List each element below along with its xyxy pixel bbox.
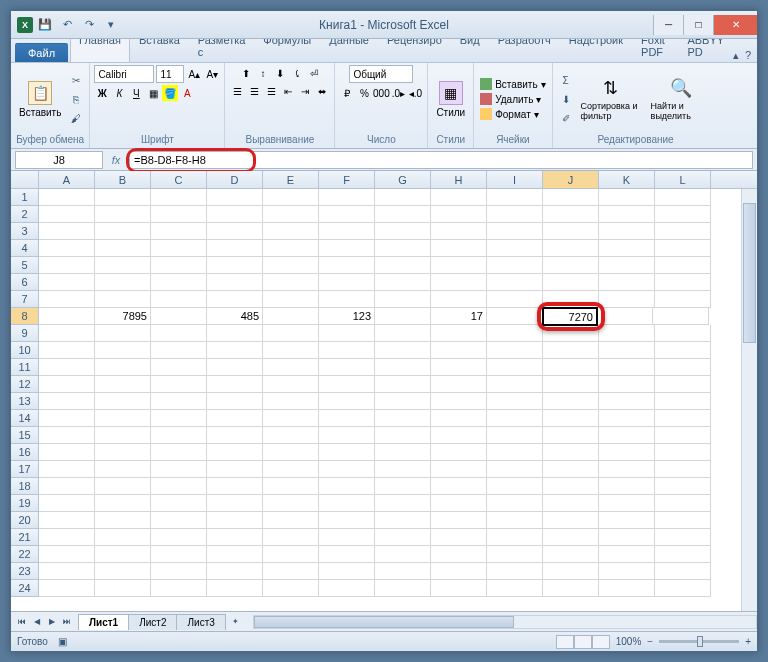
format-cells-button[interactable]: Формат ▾ (478, 107, 547, 121)
cell-F20[interactable] (319, 512, 375, 529)
cell-D20[interactable] (207, 512, 263, 529)
sheet-tab-Лист1[interactable]: Лист1 (78, 614, 129, 630)
cell-G21[interactable] (375, 529, 431, 546)
cell-D9[interactable] (207, 325, 263, 342)
cell-L23[interactable] (655, 563, 711, 580)
cell-G2[interactable] (375, 206, 431, 223)
qat-dropdown-icon[interactable]: ▾ (101, 15, 121, 35)
cut-icon[interactable]: ✂ (67, 71, 85, 89)
cell-H23[interactable] (431, 563, 487, 580)
cell-J12[interactable] (543, 376, 599, 393)
align-right-icon[interactable]: ☰ (263, 83, 279, 99)
sheet-prev-icon[interactable]: ◀ (30, 615, 44, 629)
cell-K21[interactable] (599, 529, 655, 546)
new-sheet-icon[interactable]: ✦ (229, 615, 243, 629)
cell-E17[interactable] (263, 461, 319, 478)
col-header-J[interactable]: J (543, 171, 599, 188)
normal-view-button[interactable] (556, 635, 574, 649)
align-top-icon[interactable]: ⬆ (238, 65, 254, 81)
cell-I21[interactable] (487, 529, 543, 546)
copy-icon[interactable]: ⎘ (67, 90, 85, 108)
cell-B23[interactable] (95, 563, 151, 580)
tab-file[interactable]: Файл (15, 43, 68, 62)
cell-A13[interactable] (39, 393, 95, 410)
cell-F3[interactable] (319, 223, 375, 240)
cell-B2[interactable] (95, 206, 151, 223)
cell-E6[interactable] (263, 274, 319, 291)
format-painter-icon[interactable]: 🖌 (67, 109, 85, 127)
sheet-last-icon[interactable]: ⏭ (60, 615, 74, 629)
cell-K10[interactable] (599, 342, 655, 359)
cell-J17[interactable] (543, 461, 599, 478)
cell-L1[interactable] (655, 189, 711, 206)
cell-D10[interactable] (207, 342, 263, 359)
cell-F13[interactable] (319, 393, 375, 410)
cell-A4[interactable] (39, 240, 95, 257)
cell-C13[interactable] (151, 393, 207, 410)
cell-F9[interactable] (319, 325, 375, 342)
cell-K16[interactable] (599, 444, 655, 461)
cell-D19[interactable] (207, 495, 263, 512)
page-break-view-button[interactable] (592, 635, 610, 649)
cell-F15[interactable] (319, 427, 375, 444)
cell-H22[interactable] (431, 546, 487, 563)
cell-C16[interactable] (151, 444, 207, 461)
cell-I14[interactable] (487, 410, 543, 427)
cell-G24[interactable] (375, 580, 431, 597)
cell-L13[interactable] (655, 393, 711, 410)
row-header-12[interactable]: 12 (11, 376, 39, 393)
cell-J16[interactable] (543, 444, 599, 461)
sheet-first-icon[interactable]: ⏮ (15, 615, 29, 629)
cell-C8[interactable] (151, 308, 207, 325)
find-select-button[interactable]: 🔍 Найти и выделить (647, 75, 715, 123)
cell-B18[interactable] (95, 478, 151, 495)
cell-E4[interactable] (263, 240, 319, 257)
row-header-16[interactable]: 16 (11, 444, 39, 461)
cell-L20[interactable] (655, 512, 711, 529)
cell-J22[interactable] (543, 546, 599, 563)
cell-F5[interactable] (319, 257, 375, 274)
formula-input[interactable]: =B8-D8-F8-H8 (129, 151, 753, 169)
cell-J2[interactable] (543, 206, 599, 223)
cell-D23[interactable] (207, 563, 263, 580)
cell-I1[interactable] (487, 189, 543, 206)
autosum-icon[interactable]: Σ (557, 71, 575, 89)
cell-C20[interactable] (151, 512, 207, 529)
cell-L16[interactable] (655, 444, 711, 461)
cell-B21[interactable] (95, 529, 151, 546)
cell-H12[interactable] (431, 376, 487, 393)
cell-C9[interactable] (151, 325, 207, 342)
cell-A22[interactable] (39, 546, 95, 563)
cell-G5[interactable] (375, 257, 431, 274)
cell-D11[interactable] (207, 359, 263, 376)
cell-C21[interactable] (151, 529, 207, 546)
cell-L5[interactable] (655, 257, 711, 274)
cell-E7[interactable] (263, 291, 319, 308)
cell-A1[interactable] (39, 189, 95, 206)
cell-G3[interactable] (375, 223, 431, 240)
cell-F17[interactable] (319, 461, 375, 478)
cell-I7[interactable] (487, 291, 543, 308)
cell-A16[interactable] (39, 444, 95, 461)
cell-H8[interactable]: 17 (431, 308, 487, 325)
currency-icon[interactable]: ₽ (339, 85, 355, 101)
redo-icon[interactable]: ↷ (79, 15, 99, 35)
cell-D13[interactable] (207, 393, 263, 410)
cell-J8[interactable]: 7270 (542, 307, 598, 326)
row-header-20[interactable]: 20 (11, 512, 39, 529)
indent-dec-icon[interactable]: ⇤ (280, 83, 296, 99)
cell-D12[interactable] (207, 376, 263, 393)
cell-L7[interactable] (655, 291, 711, 308)
cell-D16[interactable] (207, 444, 263, 461)
row-header-5[interactable]: 5 (11, 257, 39, 274)
cell-K24[interactable] (599, 580, 655, 597)
bold-button[interactable]: Ж (94, 85, 110, 101)
cell-B10[interactable] (95, 342, 151, 359)
cell-J21[interactable] (543, 529, 599, 546)
close-button[interactable]: ✕ (713, 15, 757, 35)
row-header-14[interactable]: 14 (11, 410, 39, 427)
row-header-15[interactable]: 15 (11, 427, 39, 444)
cell-D4[interactable] (207, 240, 263, 257)
cell-A9[interactable] (39, 325, 95, 342)
cell-B24[interactable] (95, 580, 151, 597)
